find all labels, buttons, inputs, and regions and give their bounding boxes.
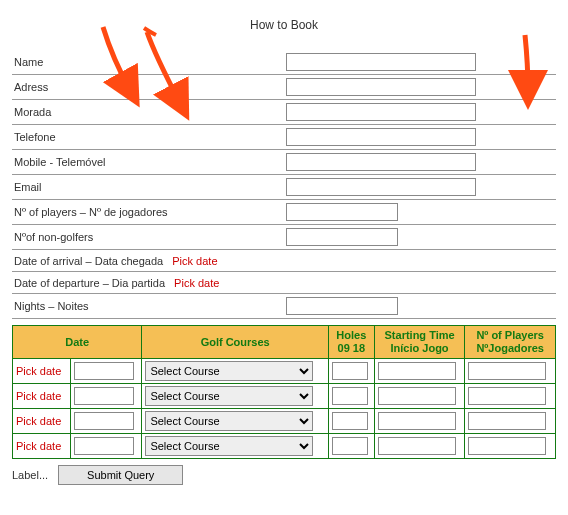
grid-start-input[interactable] bbox=[378, 387, 456, 405]
num-players-label: Nº of players – Nº de jogadores bbox=[12, 200, 284, 225]
name-label: Name bbox=[12, 50, 284, 75]
grid-pick-date-link[interactable]: Pick date bbox=[13, 409, 71, 434]
grid-start-input[interactable] bbox=[378, 362, 456, 380]
morada-label: Morada bbox=[12, 100, 284, 125]
adress-input[interactable] bbox=[286, 78, 476, 96]
grid-np-input[interactable] bbox=[468, 412, 546, 430]
morada-input[interactable] bbox=[286, 103, 476, 121]
grid-course-select[interactable]: Select Course bbox=[145, 411, 313, 431]
nights-label: Nights – Noites bbox=[12, 294, 284, 319]
non-golfers-label: Nºof non-golfers bbox=[12, 225, 284, 250]
col-courses: Golf Courses bbox=[142, 326, 329, 359]
non-golfers-input[interactable] bbox=[286, 228, 398, 246]
grid-start-input[interactable] bbox=[378, 412, 456, 430]
grid-holes-input[interactable] bbox=[332, 412, 368, 430]
grid-np-input[interactable] bbox=[468, 437, 546, 455]
col-np: Nº of PlayersNºJogadores bbox=[465, 326, 556, 359]
page-title: How to Book bbox=[12, 18, 556, 32]
email-input[interactable] bbox=[286, 178, 476, 196]
mobile-label: Mobile - Telemóvel bbox=[12, 150, 284, 175]
grid-pick-date-link[interactable]: Pick date bbox=[13, 384, 71, 409]
telefone-label: Telefone bbox=[12, 125, 284, 150]
col-holes: Holes09 18 bbox=[328, 326, 374, 359]
grid-holes-input[interactable] bbox=[332, 362, 368, 380]
grid-row: Pick dateSelect Course bbox=[13, 434, 556, 459]
grid-pick-date-link[interactable]: Pick date bbox=[13, 434, 71, 459]
grid-date-input[interactable] bbox=[74, 412, 134, 430]
grid-course-select[interactable]: Select Course bbox=[145, 386, 313, 406]
grid-holes-input[interactable] bbox=[332, 437, 368, 455]
grid-np-input[interactable] bbox=[468, 362, 546, 380]
grid-np-input[interactable] bbox=[468, 387, 546, 405]
golf-grid: Date Golf Courses Holes09 18 Starting Ti… bbox=[12, 325, 556, 459]
name-input[interactable] bbox=[286, 53, 476, 71]
telefone-input[interactable] bbox=[286, 128, 476, 146]
booking-form: Name Adress Morada Telefone Mobile - Tel… bbox=[12, 50, 556, 319]
grid-date-input[interactable] bbox=[74, 387, 134, 405]
departure-pick-date-link[interactable]: Pick date bbox=[174, 277, 219, 289]
arrival-pick-date-link[interactable]: Pick date bbox=[172, 255, 217, 267]
col-date: Date bbox=[13, 326, 142, 359]
grid-row: Pick dateSelect Course bbox=[13, 359, 556, 384]
departure-label: Date of departure – Dia partida Pick dat… bbox=[12, 272, 284, 294]
label-prefix: Label... bbox=[12, 469, 48, 481]
grid-start-input[interactable] bbox=[378, 437, 456, 455]
adress-label: Adress bbox=[12, 75, 284, 100]
grid-holes-input[interactable] bbox=[332, 387, 368, 405]
grid-course-select[interactable]: Select Course bbox=[145, 361, 313, 381]
nights-input[interactable] bbox=[286, 297, 398, 315]
grid-course-select[interactable]: Select Course bbox=[145, 436, 313, 456]
mobile-input[interactable] bbox=[286, 153, 476, 171]
grid-date-input[interactable] bbox=[74, 437, 134, 455]
submit-button[interactable]: Submit Query bbox=[58, 465, 183, 485]
grid-date-input[interactable] bbox=[74, 362, 134, 380]
col-start: Starting TimeInício Jogo bbox=[374, 326, 465, 359]
email-label: Email bbox=[12, 175, 284, 200]
grid-pick-date-link[interactable]: Pick date bbox=[13, 359, 71, 384]
num-players-input[interactable] bbox=[286, 203, 398, 221]
grid-row: Pick dateSelect Course bbox=[13, 409, 556, 434]
grid-row: Pick dateSelect Course bbox=[13, 384, 556, 409]
arrival-label: Date of arrival – Data chegada Pick date bbox=[12, 250, 284, 272]
